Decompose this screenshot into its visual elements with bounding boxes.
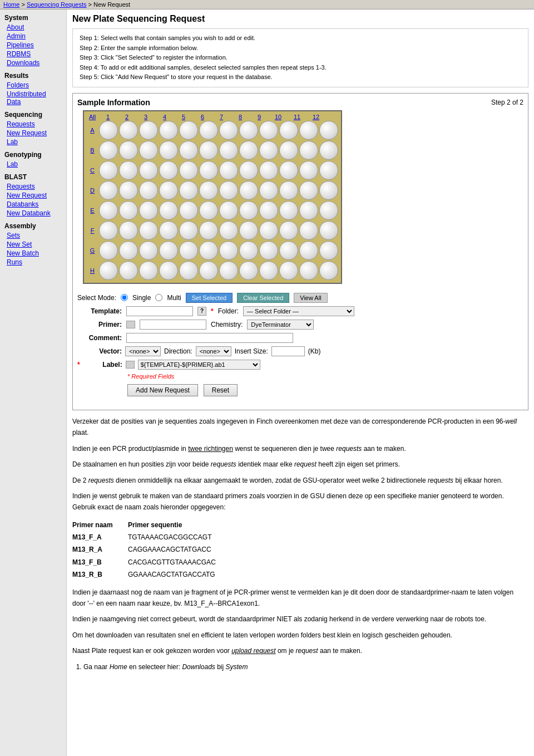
well-h8[interactable] [239, 261, 258, 280]
well-a11[interactable] [299, 121, 318, 140]
well-f2[interactable] [119, 221, 138, 240]
row-header-c[interactable]: C [86, 167, 98, 174]
well-h2[interactable] [119, 261, 138, 280]
well-h6[interactable] [199, 261, 218, 280]
well-b9[interactable] [259, 141, 278, 160]
well-h4[interactable] [159, 261, 178, 280]
well-g9[interactable] [259, 241, 278, 260]
well-c4[interactable] [159, 161, 178, 180]
well-b4[interactable] [159, 141, 178, 160]
well-b7[interactable] [219, 141, 238, 160]
well-h11[interactable] [299, 261, 318, 280]
row-header-h[interactable]: H [86, 267, 98, 274]
mode-multi-radio[interactable] [155, 294, 162, 301]
insert-size-input[interactable] [271, 346, 305, 356]
well-d5[interactable] [179, 181, 198, 200]
well-b3[interactable] [139, 141, 158, 160]
chemistry-select[interactable]: DyeTerminator [247, 320, 314, 330]
well-a1[interactable] [99, 121, 118, 140]
sidebar-item-blast-requests[interactable]: Requests [0, 182, 66, 191]
sidebar-item-lab-geno[interactable]: Lab [0, 160, 66, 169]
well-f7[interactable] [219, 221, 238, 240]
well-a9[interactable] [259, 121, 278, 140]
well-c5[interactable] [179, 161, 198, 180]
well-a4[interactable] [159, 121, 178, 140]
well-e3[interactable] [139, 201, 158, 220]
row-header-g[interactable]: G [86, 247, 98, 254]
well-h3[interactable] [139, 261, 158, 280]
well-f10[interactable] [279, 221, 298, 240]
col-header-8[interactable]: 8 [231, 114, 250, 120]
col-header-11[interactable]: 11 [288, 114, 306, 120]
well-e5[interactable] [179, 201, 198, 220]
mode-single-radio[interactable] [121, 294, 128, 301]
sidebar-item-admin[interactable]: Admin [0, 32, 66, 41]
well-h1[interactable] [99, 261, 118, 280]
well-a12[interactable] [319, 121, 338, 140]
reset-button[interactable]: Reset [204, 384, 238, 396]
col-header-7[interactable]: 7 [212, 114, 231, 120]
well-e2[interactable] [119, 201, 138, 220]
well-e1[interactable] [99, 201, 118, 220]
label-select[interactable]: ${TEMPLATE}-${PRIMER}.ab1 [138, 360, 260, 370]
well-c6[interactable] [199, 161, 218, 180]
sidebar-item-sets[interactable]: Sets [0, 231, 66, 240]
breadcrumb-sequencing[interactable]: Sequencing Requests [27, 1, 87, 8]
well-e6[interactable] [199, 201, 218, 220]
well-g4[interactable] [159, 241, 178, 260]
well-f4[interactable] [159, 221, 178, 240]
well-d7[interactable] [219, 181, 238, 200]
well-c2[interactable] [119, 161, 138, 180]
clear-selected-button[interactable]: Clear Selected [237, 293, 289, 303]
well-h9[interactable] [259, 261, 278, 280]
sidebar-item-downloads[interactable]: Downloads [0, 58, 66, 67]
well-d11[interactable] [299, 181, 318, 200]
well-c12[interactable] [319, 161, 338, 180]
col-header-5[interactable]: 5 [174, 114, 193, 120]
well-e12[interactable] [319, 201, 338, 220]
well-h5[interactable] [179, 261, 198, 280]
sidebar-item-runs[interactable]: Runs [0, 258, 66, 267]
vector-select[interactable]: <none> [125, 346, 161, 356]
well-e4[interactable] [159, 201, 178, 220]
well-a2[interactable] [119, 121, 138, 140]
direction-select[interactable]: <none> [196, 346, 231, 356]
well-c10[interactable] [279, 161, 298, 180]
well-d1[interactable] [99, 181, 118, 200]
col-header-10[interactable]: 10 [269, 114, 288, 120]
sidebar-item-lab-seq[interactable]: Lab [0, 138, 66, 146]
sidebar-item-rdbms[interactable]: RDBMS [0, 50, 66, 58]
sidebar-item-pipelines[interactable]: Pipelines [0, 41, 66, 50]
well-f3[interactable] [139, 221, 158, 240]
well-d10[interactable] [279, 181, 298, 200]
breadcrumb-home[interactable]: Home [3, 1, 19, 8]
well-e9[interactable] [259, 201, 278, 220]
col-header-4[interactable]: 4 [155, 114, 174, 120]
well-g10[interactable] [279, 241, 298, 260]
template-help-button[interactable]: ? [197, 307, 206, 316]
well-c8[interactable] [239, 161, 258, 180]
well-b1[interactable] [99, 141, 118, 160]
well-a6[interactable] [199, 121, 218, 140]
well-a8[interactable] [239, 121, 258, 140]
well-g5[interactable] [179, 241, 198, 260]
well-a5[interactable] [179, 121, 198, 140]
sidebar-item-about[interactable]: About [0, 23, 66, 32]
sidebar-item-undistributed[interactable]: Undistributed Data [0, 90, 66, 106]
sidebar-item-new-set[interactable]: New Set [0, 240, 66, 249]
well-g2[interactable] [119, 241, 138, 260]
folder-select[interactable]: — Select Folder — [243, 306, 354, 316]
well-c1[interactable] [99, 161, 118, 180]
well-h7[interactable] [219, 261, 238, 280]
well-c7[interactable] [219, 161, 238, 180]
well-f12[interactable] [319, 221, 338, 240]
well-b12[interactable] [319, 141, 338, 160]
col-header-2[interactable]: 2 [117, 114, 136, 120]
well-b8[interactable] [239, 141, 258, 160]
well-f1[interactable] [99, 221, 118, 240]
well-e11[interactable] [299, 201, 318, 220]
sidebar-item-requests[interactable]: Requests [0, 120, 66, 129]
well-b2[interactable] [119, 141, 138, 160]
well-e7[interactable] [219, 201, 238, 220]
well-d12[interactable] [319, 181, 338, 200]
